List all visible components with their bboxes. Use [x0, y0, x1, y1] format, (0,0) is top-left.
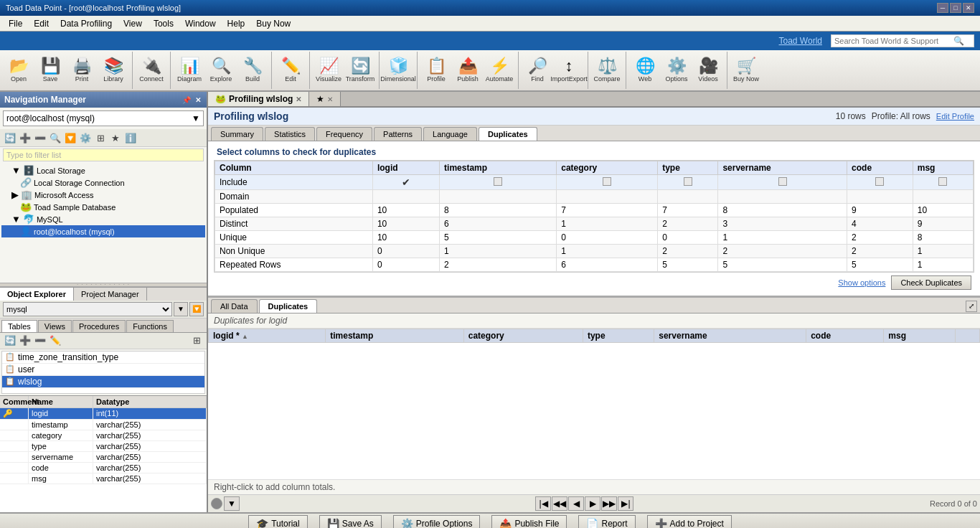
include-code[interactable]: [847, 175, 913, 190]
tree-local-storage[interactable]: ▼ 🗄️ Local Storage: [1, 164, 205, 176]
profile-button[interactable]: 📋Profile: [420, 53, 452, 88]
expand-result-btn[interactable]: ⤢: [966, 301, 977, 312]
show-options-link[interactable]: Show options: [838, 278, 885, 287]
result-col-logid[interactable]: logid * ▲: [209, 329, 326, 343]
menu-help[interactable]: Help: [222, 17, 251, 30]
tab-object-explorer[interactable]: Object Explorer: [0, 288, 74, 301]
automate-button[interactable]: ⚡Automate: [484, 53, 515, 88]
menu-buy-now[interactable]: Buy Now: [250, 17, 296, 30]
nav-close-btn[interactable]: ✕: [194, 96, 202, 104]
include-logid[interactable]: ✔: [372, 175, 439, 190]
web-button[interactable]: 🌐Web: [629, 53, 661, 88]
col-header-logid[interactable]: logid: [372, 161, 439, 175]
compare-button[interactable]: ⚖️Compare: [591, 53, 623, 88]
col-header-servername[interactable]: servername: [718, 161, 847, 175]
publish-file-button[interactable]: 📤 Publish File: [491, 515, 567, 528]
result-col-category[interactable]: category: [463, 329, 583, 343]
edit-button[interactable]: ✏️Edit: [275, 53, 306, 88]
result-col-timestamp[interactable]: timestamp: [326, 329, 464, 343]
menu-edit[interactable]: Edit: [28, 17, 55, 30]
include-type[interactable]: [658, 175, 718, 190]
options-button[interactable]: ⚙️Options: [661, 53, 692, 88]
obj-remove-btn[interactable]: ➖: [33, 334, 47, 348]
explore-button[interactable]: 🔍Explore: [205, 53, 237, 88]
column-logid[interactable]: 🔑 logid int(11): [0, 408, 207, 420]
result-col-msg[interactable]: msg: [884, 329, 955, 343]
nav-search-btn[interactable]: 🔍: [48, 131, 62, 145]
report-button[interactable]: 📄 Report: [578, 515, 635, 528]
nav-refresh-btn[interactable]: 🔄: [3, 131, 17, 145]
db-select[interactable]: mysql: [3, 302, 172, 316]
toad-search-input[interactable]: [831, 37, 953, 45]
sub-tab-language[interactable]: Language: [423, 127, 477, 141]
edit-profile-link[interactable]: Edit Profile: [936, 112, 974, 121]
nav-last-btn[interactable]: ▶|: [618, 496, 633, 511]
column-msg[interactable]: msg varchar(255): [0, 473, 207, 484]
obj-edit-btn[interactable]: ✏️: [48, 334, 62, 348]
visualize-button[interactable]: 📈Visualize: [313, 53, 344, 88]
sub-tab-frequency[interactable]: Frequency: [316, 127, 372, 141]
tree-toad-sample[interactable]: 🐸 Toad Sample Database: [1, 201, 205, 213]
table-wlslog[interactable]: 📋 wlslog: [2, 376, 204, 388]
obj-refresh-btn[interactable]: 🔄: [3, 334, 17, 348]
include-msg[interactable]: [913, 175, 973, 190]
menu-tools[interactable]: Tools: [148, 17, 179, 30]
sub-tab-summary[interactable]: Summary: [211, 127, 263, 141]
publish-button[interactable]: 📤Publish: [452, 53, 484, 88]
col-header-category[interactable]: category: [557, 161, 658, 175]
column-timestamp[interactable]: timestamp varchar(255): [0, 420, 207, 430]
library-button[interactable]: 📚Library: [98, 53, 129, 88]
nav-prev-page-btn[interactable]: ◀◀: [552, 496, 567, 511]
tree-mysql[interactable]: ▼ 🐬 MySQL: [1, 213, 205, 225]
col-header-type[interactable]: type: [658, 161, 718, 175]
menu-file[interactable]: File: [3, 17, 28, 30]
tab-project-manager[interactable]: Project Manager: [74, 288, 147, 301]
nav-settings-btn[interactable]: ⚙️: [78, 131, 93, 145]
close-btn[interactable]: ✕: [963, 3, 974, 13]
col-header-msg[interactable]: msg: [913, 161, 973, 175]
window-controls[interactable]: ─ □ ✕: [937, 3, 974, 13]
profile-options-button[interactable]: ⚙️ Profile Options: [393, 515, 481, 528]
importexport-button[interactable]: ↕️ImportExport: [553, 53, 585, 88]
tab-procedures[interactable]: Procedures: [72, 320, 126, 332]
nav-info-btn[interactable]: ℹ️: [123, 131, 138, 145]
find-button[interactable]: 🔎Find: [522, 53, 553, 88]
tab-new[interactable]: ★ ✕: [309, 92, 341, 106]
result-col-type[interactable]: type: [583, 329, 654, 343]
transform-button[interactable]: 🔄Transform: [344, 53, 376, 88]
nav-star-btn[interactable]: ★: [108, 131, 123, 145]
tree-local-storage-connection[interactable]: 🔗 Local Storage Connection: [1, 176, 205, 189]
menu-view[interactable]: View: [118, 17, 148, 30]
nav-grid-btn[interactable]: ⊞: [93, 131, 108, 145]
tree-microsoft-access[interactable]: ▶ 🏢 Microsoft Access: [1, 189, 205, 201]
table-time-zone[interactable]: 📋 time_zone_transition_type: [2, 352, 204, 364]
tab-all-data[interactable]: All Data: [211, 299, 258, 313]
print-button[interactable]: 🖨️Print: [66, 53, 98, 88]
save-button[interactable]: 💾Save: [34, 53, 66, 88]
check-duplicates-button[interactable]: Check Duplicates: [891, 275, 971, 290]
obj-grid-view-btn[interactable]: ⊞: [189, 334, 204, 348]
column-type[interactable]: type varchar(255): [0, 441, 207, 452]
menu-window[interactable]: Window: [179, 17, 222, 30]
toad-search-box[interactable]: 🔍: [831, 34, 974, 47]
col-header-code[interactable]: code: [847, 161, 913, 175]
build-button[interactable]: 🔧Build: [237, 53, 268, 88]
nav-next-btn[interactable]: ▶: [585, 496, 600, 511]
db-filter-btn[interactable]: ▼: [174, 302, 188, 316]
nav-filter-btn[interactable]: 🔽: [63, 131, 77, 145]
nav-first-btn[interactable]: |◀: [535, 496, 551, 511]
col-header-timestamp[interactable]: timestamp: [440, 161, 557, 175]
videos-button[interactable]: 🎥Videos: [692, 53, 724, 88]
column-category[interactable]: category varchar(255): [0, 430, 207, 441]
tab-close-btn[interactable]: ✕: [327, 95, 333, 103]
obj-add-btn[interactable]: ➕: [18, 334, 32, 348]
buynow-button[interactable]: 🛒Buy Now: [730, 53, 762, 88]
column-code[interactable]: code varchar(255): [0, 463, 207, 473]
include-servername[interactable]: [718, 175, 847, 190]
dimensional-button[interactable]: 🧊Dimensional: [382, 53, 414, 88]
connect-button[interactable]: 🔌Connect: [136, 53, 167, 88]
save-as-button[interactable]: 💾 Save As: [319, 515, 382, 528]
column-servername[interactable]: servername varchar(255): [0, 452, 207, 463]
connection-dropdown[interactable]: root@localhost (mysql) ▼: [3, 110, 204, 126]
diagram-button[interactable]: 📊Diagram: [174, 53, 205, 88]
